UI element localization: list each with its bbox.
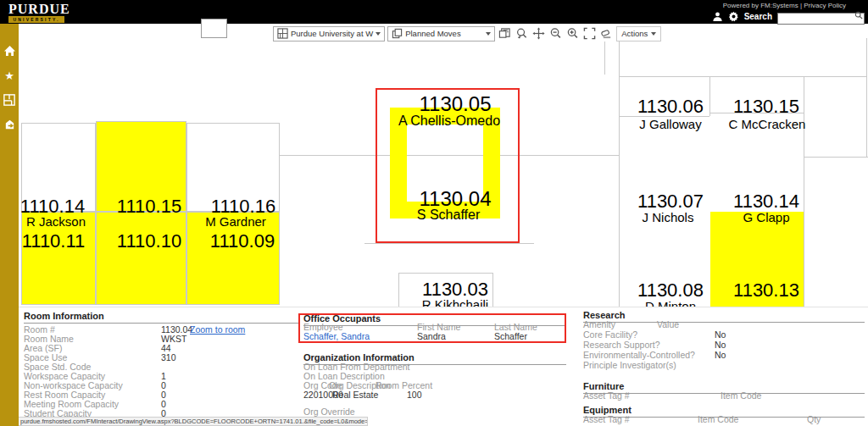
zoom-extents-button[interactable] (582, 26, 597, 41)
room-label: M Gardner (205, 215, 266, 229)
room-label: 1110.16 (211, 196, 275, 216)
room-label: 1110.10 (117, 231, 181, 251)
field-value: No (715, 340, 726, 350)
field-value: No (715, 350, 726, 360)
status-link-tooltip: purdue.fmshosted.com/FMInteract/DrawingV… (19, 417, 368, 426)
column-header: Qty (807, 414, 821, 424)
column-header: Item Code (721, 390, 761, 401)
room-1110.10[interactable] (96, 212, 186, 305)
site-selector-dropdown[interactable]: Purdue University at W (273, 26, 385, 41)
room-label: 1110.09 (210, 231, 275, 251)
room-label: 1130.08 (637, 280, 704, 300)
room-label: 1110.14 (20, 196, 85, 216)
room-information-title: Room Information (24, 311, 300, 324)
room-label: 1130.07 (637, 191, 704, 211)
purdue-logo: PURDUE UNIVERSITY. (8, 3, 70, 23)
org-cell: 100 (407, 390, 422, 400)
org-cell: Real Estate (332, 390, 378, 400)
building-move-icon[interactable] (3, 118, 16, 131)
chevron-down-icon (486, 32, 491, 36)
actions-dropdown[interactable]: Actions (616, 26, 661, 41)
search-magnifier-icon[interactable] (854, 11, 863, 19)
room-label: 1130.15 (733, 97, 799, 116)
actions-label: Actions (621, 29, 648, 38)
room-label: G Clapp (743, 211, 789, 224)
wall-line (804, 157, 868, 158)
chevron-down-icon (651, 32, 656, 36)
field-label: Principle Investigator(s) (583, 360, 676, 370)
column-header: Room Percent (376, 380, 432, 390)
site-selector-label: Purdue University at W (291, 29, 373, 38)
field-value: No (715, 329, 726, 340)
room-label: 1130.03 (422, 279, 488, 299)
column-header: Value (657, 319, 679, 329)
wall-line (364, 243, 534, 244)
view-selector-label: Planned Moves (405, 29, 483, 38)
wall-line (604, 38, 605, 75)
zoom-to-room-link[interactable]: Zoom to room (190, 324, 245, 335)
room-label: J Nichols (643, 211, 694, 224)
organization-information-panel: Organization Information On Loan From De… (303, 352, 566, 365)
top-bar: PURDUE UNIVERSITY. Powered by FM:Systems… (0, 0, 868, 24)
wall-line (619, 38, 620, 307)
wall-line (619, 76, 866, 77)
room-label: 1110.15 (117, 196, 181, 216)
zoom-window-button[interactable] (515, 26, 529, 41)
room-label: 1110.11 (22, 231, 86, 251)
room-label: 1130.13 (733, 280, 799, 300)
field-label: Org Override (303, 407, 355, 417)
sidebar: ★ (0, 24, 19, 426)
field-label: Research Support? (583, 340, 659, 350)
room-label: 1130.06 (637, 97, 704, 116)
top-controls: Search (712, 10, 865, 23)
home-icon[interactable] (3, 44, 16, 58)
equipment-panel: Equipment Asset Tag #Item CodeQty (583, 405, 865, 418)
wall-line (866, 38, 867, 157)
chevron-down-icon (376, 32, 381, 36)
field-label: Environmentally-Controlled? (583, 350, 695, 360)
room-label: 1130.14 (733, 191, 799, 211)
room-label: R Jackson (26, 215, 86, 229)
small-plan-box (201, 19, 227, 38)
search-input[interactable] (777, 13, 865, 25)
column-header: Asset Tag # (583, 390, 630, 401)
column-header: Asset Tag # (583, 414, 630, 424)
room-information-panel: Room Information Room #1130.04Zoom to ro… (24, 311, 300, 324)
plan-highlight-rect (376, 88, 520, 243)
occupants-highlight-rect (298, 313, 566, 343)
drawing-toolbar: Purdue University at W Planned Moves (273, 25, 661, 41)
layers-icon (392, 28, 403, 39)
user-icon[interactable] (712, 11, 723, 22)
zoom-in-button[interactable] (565, 26, 580, 41)
grid-icon (277, 28, 288, 39)
research-title: Research (583, 310, 865, 323)
furniture-panel: Furniture Asset Tag #Item Code (583, 381, 865, 394)
favorites-star-icon[interactable]: ★ (3, 69, 16, 82)
zoom-out-button[interactable] (548, 26, 563, 41)
column-header: Amenity (583, 319, 615, 329)
wall-line (804, 76, 804, 307)
field-value: 310 (161, 352, 176, 362)
fm-systems-app: 1130.05A Chellis-Omedo1130.04S Schaffer1… (0, 0, 868, 426)
search-box (777, 9, 865, 25)
search-label: Search (744, 12, 772, 21)
room-label: C McCracken (729, 118, 806, 131)
settings-gear-icon[interactable] (728, 11, 739, 22)
room-label: J Galloway (639, 118, 701, 131)
redline-button[interactable] (599, 26, 614, 41)
logo-university-band: UNIVERSITY. (8, 16, 64, 23)
logo-wordmark: PURDUE (8, 3, 70, 15)
column-header: Item Code (698, 414, 738, 424)
status-url: purdue.fmshosted.com/FMInteract/DrawingV… (19, 418, 367, 426)
floorplan-icon[interactable] (3, 93, 16, 107)
wall-line (709, 76, 710, 116)
view-selector-dropdown[interactable]: Planned Moves (387, 26, 495, 41)
pan-button[interactable] (531, 26, 546, 41)
research-panel: Research AmenityValueCore Facility?NoRes… (583, 310, 865, 323)
field-label: Core Facility? (583, 329, 637, 340)
report-button[interactable] (498, 26, 512, 41)
